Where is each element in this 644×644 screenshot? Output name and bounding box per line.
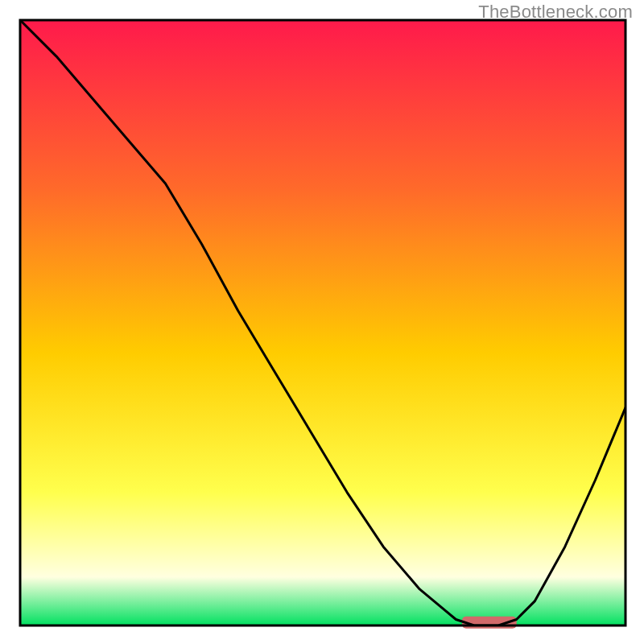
attribution-text: TheBottleneck.com [478,2,633,23]
bottleneck-chart-svg [0,0,644,644]
gradient-background [20,20,625,625]
chart-canvas: TheBottleneck.com [0,0,644,644]
